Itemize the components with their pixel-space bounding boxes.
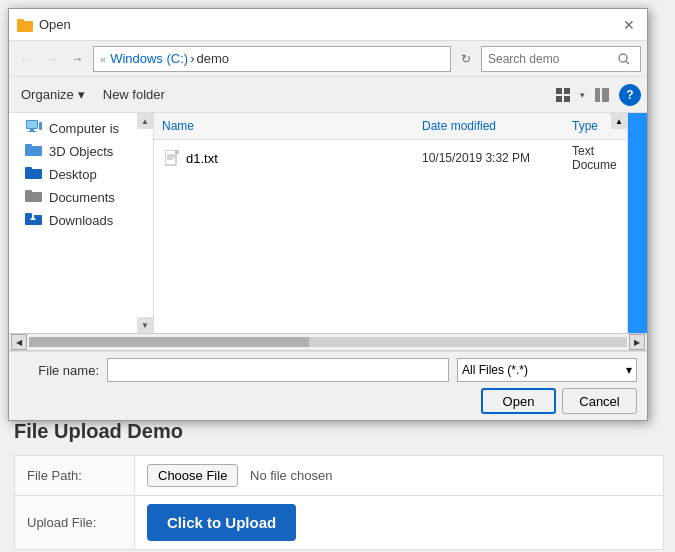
- filetype-select[interactable]: All Files (*.*) ▾: [457, 358, 637, 382]
- up-button[interactable]: ↑: [67, 48, 89, 70]
- file-path-row: File Path: Choose File No file chosen: [15, 456, 664, 496]
- view-options-button[interactable]: [550, 82, 576, 108]
- address-path: « Windows (C:) › demo: [93, 46, 451, 72]
- filename-row: File name: All Files (*.*) ▾: [19, 358, 637, 382]
- horizontal-scrollbar[interactable]: ◀ ▶: [9, 333, 647, 351]
- svg-rect-14: [39, 122, 42, 130]
- file-path-control: Choose File No file chosen: [135, 456, 664, 496]
- svg-rect-12: [30, 129, 34, 131]
- file-type-cell: Text Docume: [572, 144, 627, 172]
- pane-icon: [595, 88, 609, 102]
- dialog-title-icon: [17, 17, 33, 33]
- svg-rect-18: [25, 167, 32, 171]
- filename-label: File name:: [19, 363, 99, 378]
- choose-file-label: Choose File: [158, 468, 227, 483]
- back-button[interactable]: ←: [15, 48, 37, 70]
- svg-rect-8: [595, 88, 600, 102]
- cancel-button[interactable]: Cancel: [562, 388, 637, 414]
- toolbar-right: ▾ ?: [550, 82, 641, 108]
- path-current: demo: [196, 51, 229, 66]
- svg-rect-7: [564, 96, 570, 102]
- svg-rect-11: [27, 121, 37, 128]
- svg-rect-6: [556, 96, 562, 102]
- right-sidebar: [627, 113, 647, 333]
- file-txt-icon: [162, 150, 182, 166]
- upload-button-label: Click to Upload: [167, 514, 276, 531]
- filetype-chevron-icon: ▾: [626, 363, 632, 377]
- title-bar-left: Open: [17, 17, 71, 33]
- no-file-text: No file chosen: [250, 468, 332, 483]
- toolbar: Organize ▾ New folder ▾ ?: [9, 77, 647, 113]
- svg-rect-1: [17, 19, 24, 23]
- sidebar-item-label-downloads: Downloads: [49, 213, 113, 228]
- address-bar: ← → ↑ « Windows (C:) › demo ↻: [9, 41, 647, 77]
- upload-table: File Path: Choose File No file chosen Up…: [14, 455, 664, 550]
- nav-scroll-up[interactable]: ▲: [137, 113, 153, 129]
- pane-toggle-button[interactable]: [589, 82, 615, 108]
- filename-input[interactable]: [107, 358, 449, 382]
- organize-chevron-icon: ▾: [78, 87, 85, 102]
- new-folder-label: New folder: [103, 87, 165, 102]
- scroll-left-button[interactable]: ◀: [11, 334, 27, 350]
- file-row[interactable]: d1.txt 10/15/2019 3:32 PM Text Docume: [154, 140, 627, 176]
- col-header-name[interactable]: Name: [154, 115, 414, 137]
- forward-button[interactable]: →: [41, 48, 63, 70]
- page-title: File Upload Demo: [14, 420, 661, 443]
- search-input[interactable]: [488, 52, 618, 66]
- svg-rect-4: [556, 88, 562, 94]
- scroll-thumb: [29, 337, 309, 347]
- path-segment-root[interactable]: Windows (C:): [110, 51, 188, 66]
- choose-file-button[interactable]: Choose File: [147, 464, 238, 487]
- folder-3d-icon: [25, 143, 43, 160]
- close-button[interactable]: ✕: [619, 15, 639, 35]
- computer-icon: [25, 120, 43, 137]
- file-pane: Name Date modified Type ▲: [154, 113, 627, 333]
- upload-button[interactable]: Click to Upload: [147, 504, 296, 541]
- sidebar-item-3dobjects[interactable]: 3D Objects: [9, 140, 153, 163]
- svg-rect-5: [564, 88, 570, 94]
- nav-pane: ▲ Computer is: [9, 113, 154, 333]
- cancel-label: Cancel: [579, 394, 619, 409]
- svg-line-3: [626, 61, 629, 64]
- upload-file-label: Upload File:: [15, 496, 135, 550]
- scroll-track[interactable]: [29, 337, 627, 347]
- new-folder-button[interactable]: New folder: [97, 82, 171, 108]
- search-icon: [618, 53, 630, 65]
- sidebar-item-downloads[interactable]: Downloads: [9, 209, 153, 232]
- open-label: Open: [503, 394, 535, 409]
- refresh-button[interactable]: ↻: [455, 48, 477, 70]
- file-date-cell: 10/15/2019 3:32 PM: [422, 151, 572, 165]
- open-file-dialog: Open ✕ ← → ↑ « Windows (C:) › demo ↻ Org…: [8, 8, 648, 421]
- file-path-label: File Path:: [15, 456, 135, 496]
- sidebar-item-desktop[interactable]: Desktop: [9, 163, 153, 186]
- svg-point-2: [619, 54, 627, 62]
- page-content: File Upload Demo File Path: Choose File …: [0, 410, 675, 552]
- filetype-label: All Files (*.*): [462, 363, 528, 377]
- sidebar-item-label-3dobjects: 3D Objects: [49, 144, 113, 159]
- sidebar-item-computer[interactable]: Computer is: [9, 117, 153, 140]
- svg-rect-20: [25, 190, 32, 194]
- svg-rect-23: [32, 214, 34, 218]
- bottom-controls: File name: All Files (*.*) ▾ Open Cancel: [9, 351, 647, 420]
- col-header-date[interactable]: Date modified: [414, 115, 564, 137]
- organize-button[interactable]: Organize ▾: [15, 82, 91, 108]
- svg-rect-9: [602, 88, 609, 102]
- svg-rect-22: [25, 213, 32, 217]
- file-list: d1.txt 10/15/2019 3:32 PM Text Docume: [154, 140, 627, 333]
- svg-rect-25: [176, 150, 179, 153]
- search-box: [481, 46, 641, 72]
- nav-scroll-down[interactable]: ▼: [137, 317, 153, 333]
- folder-documents-icon: [25, 189, 43, 206]
- sidebar-item-label-documents: Documents: [49, 190, 115, 205]
- file-name-cell: d1.txt: [182, 151, 422, 166]
- svg-rect-16: [25, 144, 32, 148]
- open-button[interactable]: Open: [481, 388, 556, 414]
- sidebar-item-documents[interactable]: Documents: [9, 186, 153, 209]
- scroll-right-button[interactable]: ▶: [629, 334, 645, 350]
- dialog-title: Open: [39, 17, 71, 32]
- sidebar-item-label-computer: Computer is: [49, 121, 119, 136]
- organize-label: Organize: [21, 87, 74, 102]
- help-button[interactable]: ?: [619, 84, 641, 106]
- path-separator: ›: [190, 51, 194, 66]
- header-scroll-arrow: ▲: [611, 113, 627, 129]
